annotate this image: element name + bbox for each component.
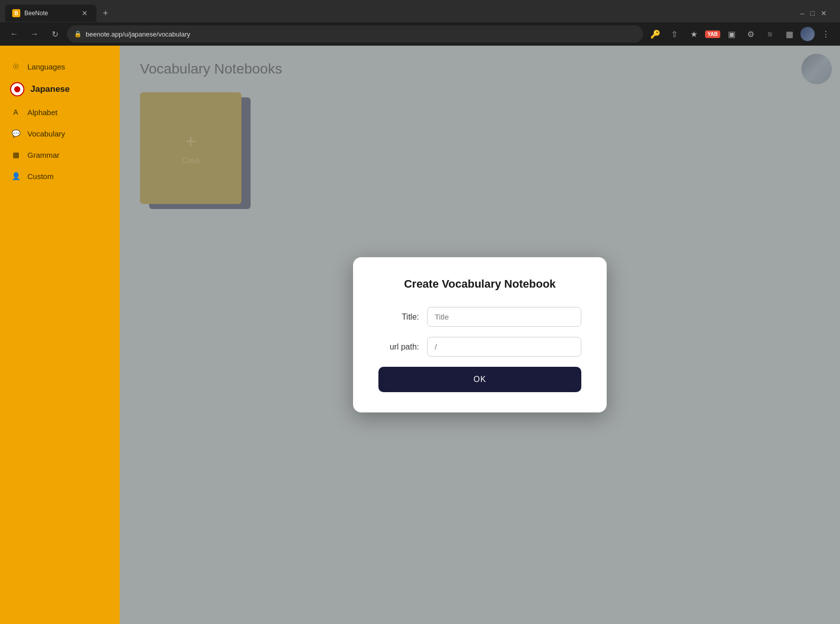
vocabulary-icon: 💬 — [10, 128, 21, 139]
url-label: url path: — [378, 342, 419, 352]
languages-label: Languages — [27, 62, 65, 71]
close-button[interactable]: ✕ — [821, 9, 827, 17]
sidebar-item-japanese[interactable]: Japanese — [0, 77, 120, 101]
custom-label: Custom — [27, 172, 54, 181]
title-input[interactable] — [427, 307, 581, 327]
languages-icon: ☉ — [10, 61, 21, 72]
address-text: beenote.app/u/japanese/vocabulary — [86, 30, 190, 38]
alphabet-label: Alphabet — [27, 108, 57, 117]
new-tab-button[interactable]: + — [98, 6, 113, 20]
main-content: Vocabulary Notebooks + Crea Create Vocab… — [120, 46, 840, 624]
tab-favicon: B — [12, 9, 20, 17]
modal-title: Create Vocabulary Notebook — [378, 278, 581, 291]
title-form-row: Title: — [378, 307, 581, 327]
refresh-button[interactable]: ↻ — [47, 26, 63, 42]
extensions-icon[interactable]: ▣ — [723, 26, 740, 42]
sidebar-item-languages[interactable]: ☉ Languages — [0, 56, 120, 77]
forward-button[interactable]: → — [26, 26, 43, 42]
title-label: Title: — [378, 313, 419, 322]
sidebar: ☉ Languages Japanese A Alphabet 💬 Vocabu… — [0, 46, 120, 624]
menu-icon[interactable]: ⋮ — [818, 26, 834, 42]
url-input[interactable] — [427, 337, 581, 357]
settings-icon[interactable]: ⚙ — [743, 26, 759, 42]
vocabulary-label: Vocabulary — [27, 129, 65, 138]
share-icon[interactable]: ⇧ — [667, 26, 683, 42]
user-avatar[interactable] — [800, 27, 815, 41]
toolbar-actions: 🔑 ⇧ ★ YAB ▣ ⚙ ◾ ▦ ⋮ — [647, 26, 834, 42]
maximize-button[interactable]: □ — [811, 9, 815, 17]
tab-title: BeeNote — [24, 10, 76, 17]
sidebar-item-grammar[interactable]: ▩ Grammar — [0, 144, 120, 165]
custom-icon: 👤 — [10, 170, 21, 182]
browser-chrome: B BeeNote ✕ + – □ ✕ ← → ↻ 🔒 beenote.app/… — [0, 0, 840, 46]
tab-close-button[interactable]: ✕ — [80, 9, 89, 18]
key-icon[interactable]: 🔑 — [647, 26, 663, 42]
modal-overlay[interactable]: Create Vocabulary Notebook Title: url pa… — [120, 46, 840, 624]
address-bar[interactable]: 🔒 beenote.app/u/japanese/vocabulary — [67, 25, 643, 43]
sidebar-item-custom[interactable]: 👤 Custom — [0, 165, 120, 187]
minimize-button[interactable]: – — [800, 9, 804, 17]
japanese-label: Japanese — [30, 84, 70, 94]
window-controls: – □ ✕ — [800, 9, 835, 17]
sidebar-toggle-icon[interactable]: ▦ — [781, 26, 797, 42]
active-tab[interactable]: B BeeNote ✕ — [5, 5, 96, 22]
tab-bar: B BeeNote ✕ + – □ ✕ — [0, 0, 840, 22]
yab-extension[interactable]: YAB — [705, 30, 720, 38]
puzzle-icon[interactable]: ◾ — [762, 26, 778, 42]
grammar-label: Grammar — [27, 151, 59, 159]
create-notebook-modal: Create Vocabulary Notebook Title: url pa… — [353, 257, 607, 412]
alphabet-icon: A — [10, 107, 21, 118]
ok-button[interactable]: OK — [378, 367, 581, 392]
sidebar-item-alphabet[interactable]: A Alphabet — [0, 101, 120, 123]
japanese-flag-icon — [10, 82, 24, 96]
sidebar-item-vocabulary[interactable]: 💬 Vocabulary — [0, 123, 120, 144]
toolbar: ← → ↻ 🔒 beenote.app/u/japanese/vocabular… — [0, 22, 840, 46]
back-button[interactable]: ← — [6, 26, 22, 42]
url-form-row: url path: — [378, 337, 581, 357]
lock-icon: 🔒 — [74, 30, 82, 38]
app-layout: ☉ Languages Japanese A Alphabet 💬 Vocabu… — [0, 46, 840, 624]
grammar-icon: ▩ — [10, 149, 21, 160]
bookmark-icon[interactable]: ★ — [686, 26, 702, 42]
